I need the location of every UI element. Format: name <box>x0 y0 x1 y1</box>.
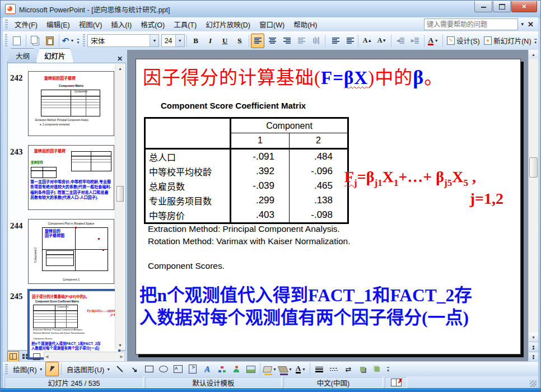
thumbnail-image[interactable]: 旋转前的因子载荷 Component Matrix Component Extr… <box>28 71 114 136</box>
clip-art-button[interactable] <box>230 362 243 376</box>
line-tool-button[interactable] <box>113 362 127 376</box>
dash-style-button[interactable] <box>327 362 341 376</box>
decrease-indent-button[interactable]: ◀ <box>394 34 407 48</box>
close-button[interactable]: ✕ <box>511 1 537 12</box>
new-slide-button[interactable]: ★ 新幻灯片(N) <box>483 34 532 48</box>
pane-hscrollbar[interactable]: ◀ ▶ <box>44 352 125 362</box>
text-shadow-button[interactable]: S <box>233 34 246 48</box>
toolbar-options-button[interactable]: ▪▪▼ <box>533 34 538 48</box>
scroll-thumb[interactable] <box>529 157 538 178</box>
scroll-up-icon[interactable]: ▲ <box>115 64 125 73</box>
thumbnail-image[interactable]: Component Plot in Rotated Space 旋转后的 因子载… <box>28 219 114 284</box>
menu-help[interactable]: 帮助(H) <box>289 17 321 31</box>
align-left-button[interactable] <box>251 34 264 48</box>
underline-button[interactable]: U <box>218 34 232 48</box>
slide-sorter-view-button[interactable] <box>19 351 31 362</box>
menu-insert[interactable]: 插入(I) <box>106 17 136 31</box>
threed-style-button[interactable] <box>371 362 384 376</box>
font-size-dropdown-icon[interactable]: ▼ <box>175 35 184 46</box>
thumbnail-243[interactable]: 243 旋转后的因子载荷 变换矩阵 <box>10 145 114 210</box>
menu-view[interactable]: 视图(V) <box>74 17 107 31</box>
status-spellcheck[interactable]: ✗ <box>385 377 407 388</box>
distribute-button[interactable] <box>295 34 308 48</box>
main-scrollbar[interactable]: ▲ ▼ ▲▲ ▼▼ <box>528 50 538 362</box>
maximize-button[interactable] <box>493 1 511 12</box>
font-color-button[interactable]: A▼ <box>427 34 440 48</box>
font-color-caret-icon[interactable]: ▼ <box>435 39 439 43</box>
coefficient-table[interactable]: Component 1 2 总人口 -.091 .484 中等校平均校龄 <box>144 117 349 224</box>
line-color-button[interactable]: ▼ <box>278 362 293 376</box>
scroll-down-icon[interactable]: ▼ <box>529 333 538 342</box>
pane-scrollbar[interactable]: ▲ ▼ <box>115 64 125 349</box>
font-name-combo[interactable]: 宋体 ▼ <box>87 34 159 47</box>
menu-file[interactable]: 文件(F) <box>10 17 42 31</box>
design-button[interactable]: ✎ 设计(S) <box>445 34 482 48</box>
line-style-button[interactable] <box>313 362 326 376</box>
bullets-button[interactable] <box>342 34 356 48</box>
increase-indent-button[interactable]: ▶ <box>408 34 422 48</box>
toolbar-grip2[interactable] <box>83 34 85 47</box>
font-name-dropdown-icon[interactable]: ▼ <box>150 35 158 46</box>
next-slide-button[interactable]: ▼▼ <box>529 352 538 362</box>
thumbnail-244[interactable]: 244 Component Plot in Rotated Space 旋转后的… <box>10 219 114 284</box>
bottom-blue-text[interactable]: 把n个观测值代入得到FACT_1和FACT_2存 入数据对每个观测值有两个因子得… <box>139 284 518 330</box>
tab-slides[interactable]: 幻灯片 <box>36 48 74 63</box>
new-document-button[interactable] <box>10 34 24 48</box>
thumbnail-242[interactable]: 242 旋转前的因子载荷 Component Matrix Component … <box>10 71 114 136</box>
text-box-button[interactable]: A <box>171 362 185 376</box>
insert-picture-button[interactable] <box>244 362 258 376</box>
toolbar-grip[interactable] <box>5 34 7 47</box>
slide-title[interactable]: 因子得分的计算基础(F=βX)中的β。 <box>143 63 443 90</box>
status-language[interactable]: 中文(中国) <box>283 377 383 388</box>
scroll-right-icon[interactable]: ▶ <box>120 354 123 359</box>
scroll-left-icon[interactable]: ◀ <box>45 354 48 359</box>
drawbar-overflow-button[interactable]: ▪▪▼ <box>385 362 391 376</box>
pane-scroll-thumb[interactable] <box>116 186 124 202</box>
wordart-button[interactable]: A <box>200 362 214 376</box>
previous-slide-button[interactable]: ▲▲ <box>529 342 538 352</box>
menu-window[interactable]: 窗口(W) <box>255 17 289 31</box>
drawbar-grip[interactable] <box>5 364 8 374</box>
minimize-button[interactable] <box>474 1 492 12</box>
paste-button[interactable] <box>43 34 57 48</box>
shadow-style-button[interactable] <box>356 362 370 376</box>
menubar-close-icon[interactable]: ✕ <box>526 20 538 29</box>
increase-font-button[interactable]: A▲ <box>361 34 374 48</box>
align-center-button[interactable] <box>265 34 279 48</box>
thumbnail-image[interactable]: 因子得分的计算基础(F=βX)中的β。 Component Score Coef… <box>28 290 120 359</box>
thumbnail-image[interactable]: 旋转后的因子载荷 变换矩阵 第一主因子对中等房价,中等校平均校龄,专 <box>28 145 114 210</box>
rectangle-tool-button[interactable] <box>142 362 156 376</box>
copy-button[interactable] <box>29 34 42 48</box>
menu-grip[interactable] <box>5 20 8 30</box>
status-template[interactable]: 默认设计模板 <box>145 377 282 388</box>
scroll-down-icon[interactable]: ▼ <box>115 340 125 349</box>
fill-color-button[interactable]: ▼ <box>263 362 277 376</box>
vertical-text-button[interactable] <box>309 34 323 48</box>
tab-outline[interactable]: 大纲 <box>7 48 38 63</box>
menu-format[interactable]: 格式(O) <box>136 17 169 31</box>
diagram-button[interactable] <box>215 362 228 376</box>
numbering-button[interactable] <box>328 34 341 48</box>
undo-button[interactable]: ↶▼ <box>62 34 75 48</box>
pane-close-icon[interactable]: ✕ <box>114 55 126 63</box>
arrow-style-button[interactable]: ⇄ <box>342 362 355 376</box>
slideshow-view-button[interactable] <box>31 351 43 362</box>
help-search-input[interactable] <box>424 18 518 30</box>
undo-caret-icon[interactable]: ▼ <box>70 39 74 43</box>
autoshapes-menu-button[interactable]: 自选图形(U)▼ <box>64 362 112 376</box>
scroll-up-icon[interactable]: ▲ <box>529 50 538 59</box>
help-dropdown-icon[interactable]: ▼ <box>518 18 526 30</box>
scroll-track[interactable] <box>529 59 538 333</box>
draw-font-color-button[interactable]: A▼ <box>294 362 307 376</box>
vertical-text-box-button[interactable]: A <box>186 362 199 376</box>
draw-menu-button[interactable]: 绘图(R)▼ <box>11 362 44 376</box>
bold-button[interactable]: B <box>189 34 203 48</box>
arrow-tool-button[interactable]: ↘ <box>128 362 141 376</box>
slide-245[interactable]: 因子得分的计算基础(F=βX)中的β。 Component Score Coef… <box>136 59 521 354</box>
align-right-button[interactable] <box>280 34 293 48</box>
factor-score-formula[interactable]: Fj=βj1X1+…+ βj5X5 , j=1,2 <box>344 167 514 208</box>
normal-view-button[interactable] <box>7 351 19 362</box>
resize-grip[interactable] <box>530 380 537 387</box>
italic-button[interactable]: I <box>204 34 217 48</box>
thumbnail-245-selected[interactable]: 245 因子得分的计算基础(F=βX)中的β。 Component Score … <box>10 290 120 359</box>
